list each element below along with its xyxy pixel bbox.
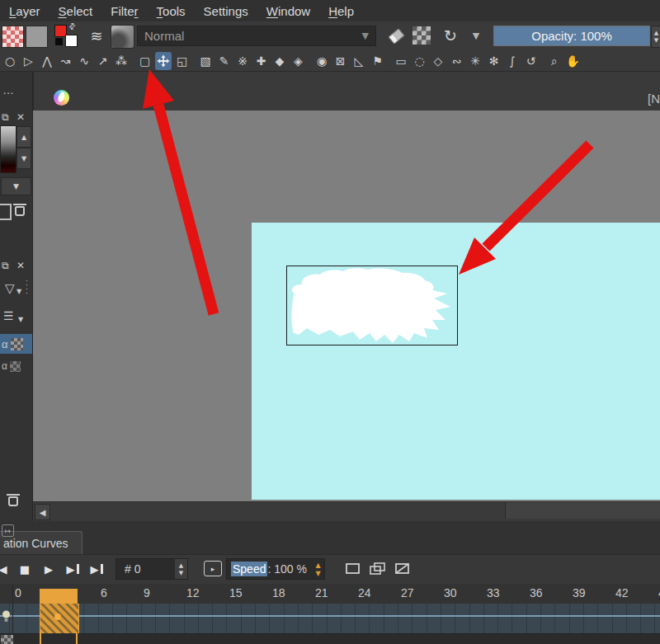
skip-end-button[interactable]: ▶ <box>86 558 107 580</box>
menu-window[interactable]: Window <box>257 4 319 18</box>
current-frame-header[interactable] <box>40 589 78 604</box>
gradient-tool[interactable]: ▧ <box>197 52 214 70</box>
spinner-arrows[interactable]: ▲▼ <box>312 559 324 579</box>
measure-tool[interactable]: ◺ <box>351 52 367 70</box>
menu-settings[interactable]: Settings <box>195 4 257 18</box>
krita-logo-icon <box>54 90 69 106</box>
next-layer-row[interactable] <box>0 633 660 644</box>
delete-icon[interactable] <box>13 202 26 219</box>
splitter-handle[interactable]: ···· <box>25 280 30 296</box>
scroll-left-button[interactable]: ◀ <box>35 504 50 520</box>
selection-bounding-box[interactable] <box>286 266 458 346</box>
menu-bar: LayerSelectFilterToolsSettingsWindowHelp <box>0 0 660 22</box>
assistants-tool[interactable]: ⊠ <box>332 52 349 70</box>
zoom-tool[interactable]: ⌕ <box>546 52 563 70</box>
colorize-mask-tool[interactable]: ◉ <box>314 52 330 70</box>
next-frame-button[interactable]: ▶ <box>62 558 83 580</box>
scrollbar-thumb[interactable] <box>505 502 660 519</box>
speed-value: : 100 % <box>267 562 306 576</box>
float-docker-icon[interactable]: ⧉ <box>2 260 9 271</box>
preserve-alpha-button[interactable] <box>412 26 431 45</box>
delete-layer-icon[interactable] <box>7 492 20 510</box>
gradient-swatch[interactable] <box>2 26 24 48</box>
dropdown-button[interactable]: ▼ <box>1 177 31 195</box>
enclose-fill-tool[interactable]: ◈ <box>290 52 307 70</box>
crop-tool[interactable]: ◱ <box>174 52 191 70</box>
similar-select-tool[interactable]: ✻ <box>486 52 502 70</box>
layer-row-selected[interactable]: α <box>0 334 32 354</box>
pattern-swatch[interactable] <box>26 26 48 48</box>
bezier-curve-tool[interactable]: ↝ <box>58 52 74 70</box>
toolbar-dropdown-icon[interactable]: ▼ <box>469 28 483 43</box>
fill-tool[interactable]: ◆ <box>271 52 288 70</box>
smart-patch-tool[interactable]: ✚ <box>253 52 270 70</box>
gradient-editor-strip[interactable] <box>0 125 16 173</box>
drop-frames-button[interactable]: ▸ <box>204 561 222 576</box>
multibrush-tool[interactable]: ⁂ <box>113 52 130 70</box>
color-sampler-tool[interactable]: ✎ <box>216 52 233 70</box>
contiguous-select-tool[interactable]: ✳ <box>467 52 483 70</box>
opacity-spinner[interactable]: ▲▼ <box>651 26 660 48</box>
reference-images-tool[interactable]: ⚑ <box>370 52 386 70</box>
pan-tool[interactable]: ✋ <box>565 52 582 70</box>
menu-tools[interactable]: Tools <box>148 4 195 18</box>
polygonal-select-tool[interactable]: ◇ <box>430 52 446 70</box>
rect-select-tool[interactable]: ▭ <box>393 52 409 70</box>
layer-options-icon[interactable]: ☰ <box>3 309 14 322</box>
swap-colors-icon[interactable]: ⇄ <box>66 21 78 32</box>
filter-funnel-icon[interactable]: ▽ <box>5 281 15 296</box>
polyline-tool[interactable]: ⋀ <box>39 52 55 70</box>
ellipse-tool[interactable]: ○ <box>2 52 18 70</box>
move-tool[interactable] <box>155 52 172 70</box>
eraser-mode-button[interactable] <box>386 26 406 46</box>
menu-layer[interactable]: Layer <box>0 4 50 18</box>
play-button[interactable]: ▶ <box>38 558 59 580</box>
menu-help[interactable]: Help <box>319 4 363 18</box>
elliptical-select-tool[interactable]: ◌ <box>412 52 428 70</box>
freehand-select-tool[interactable]: ∾ <box>449 52 465 70</box>
frame-number-value: # 0 <box>125 562 140 576</box>
opacity-slider[interactable]: Opacity: 100% <box>493 26 650 46</box>
canvas[interactable] <box>252 223 660 500</box>
blending-mode-dropdown[interactable]: Normal ▼ <box>137 26 376 46</box>
stop-button[interactable]: ■ <box>14 558 35 580</box>
channel-visibility-icon[interactable] <box>2 610 11 627</box>
docker-title-ellipsis: … <box>2 83 14 96</box>
create-duplicate-frame-button[interactable] <box>368 561 388 577</box>
close-docker-icon[interactable]: ✕ <box>16 111 25 123</box>
curve-track[interactable] <box>0 604 660 633</box>
menu-select[interactable]: Select <box>50 4 102 18</box>
blank-frame-icon <box>345 562 361 576</box>
zoom-to-fit-icon[interactable]: ↦ <box>2 524 14 537</box>
dynamic-brush-tool[interactable]: ↗ <box>95 52 111 70</box>
menu-filter[interactable]: Filter <box>101 4 147 18</box>
document-tab-bar[interactable]: [N <box>33 72 660 111</box>
reload-preset-icon[interactable]: ↻ <box>440 24 461 47</box>
bezier-select-tool[interactable]: ∫ <box>504 52 521 70</box>
timeline-ruler[interactable]: 0369121518212427303336394245 <box>0 584 660 604</box>
scroll-down-icon[interactable]: ▼ <box>16 148 31 169</box>
freehand-path-tool[interactable]: ∿ <box>76 52 92 70</box>
brush-settings-icon[interactable]: ≋ <box>86 25 107 46</box>
speed-spinbox[interactable]: Speed : 100 % ▲▼ <box>226 558 325 580</box>
skip-start-button[interactable]: ◀ <box>0 558 12 580</box>
layer-row[interactable]: α <box>0 356 32 376</box>
close-docker-icon[interactable]: ✕ <box>16 260 25 271</box>
foreground-background-colors[interactable]: ⇄ <box>54 25 81 48</box>
float-docker-icon[interactable]: ⧉ <box>2 111 9 123</box>
default-colors-swatch[interactable] <box>54 37 64 46</box>
pattern-tool[interactable]: ※ <box>234 52 251 70</box>
create-blank-frame-button[interactable] <box>343 561 363 577</box>
current-frame-cell[interactable] <box>40 604 79 633</box>
clipped-icon[interactable] <box>0 204 12 220</box>
scroll-up-icon[interactable]: ▲ <box>16 126 31 148</box>
background-color-swatch[interactable] <box>65 35 78 47</box>
polygon-tool[interactable]: ▷ <box>21 52 37 70</box>
spinner-arrows[interactable]: ▲▼ <box>174 559 187 579</box>
magnetic-select-tool[interactable]: ↺ <box>523 52 540 70</box>
animation-curves-docker: ation Curves ◀■▶▶▶ # 0 ▲▼ ▸ Speed : 100 … <box>0 521 660 644</box>
frame-number-spinbox[interactable]: # 0 ▲▼ <box>116 558 188 580</box>
transform-tool[interactable]: ▢ <box>137 52 153 70</box>
brush-preset-button[interactable] <box>111 25 134 49</box>
delete-keyframe-button[interactable] <box>393 561 412 577</box>
